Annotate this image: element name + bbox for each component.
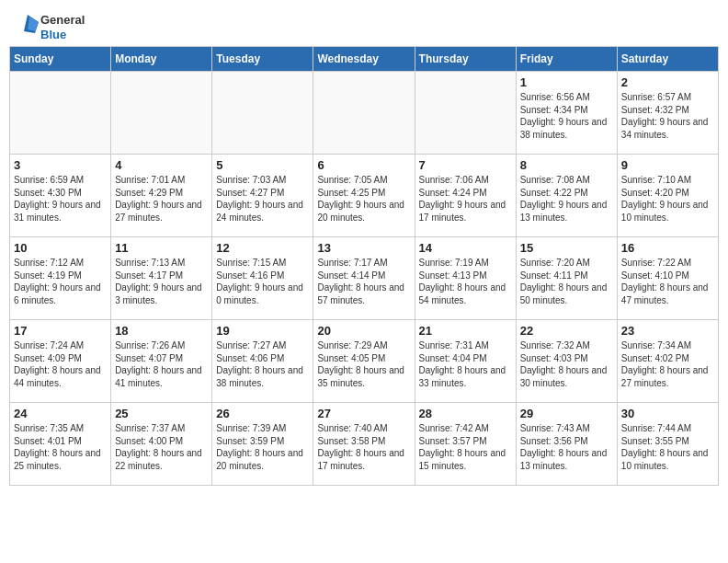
day-cell: 29Sunrise: 7:43 AM Sunset: 3:56 PM Dayli…: [516, 403, 617, 486]
day-cell: 12Sunrise: 7:15 AM Sunset: 4:16 PM Dayli…: [212, 237, 313, 320]
day-number: 6: [317, 158, 410, 172]
day-number: 16: [621, 241, 714, 255]
day-info: Sunrise: 7:29 AM Sunset: 4:05 PM Dayligh…: [317, 339, 410, 389]
day-cell: 24Sunrise: 7:35 AM Sunset: 4:01 PM Dayli…: [10, 403, 111, 486]
day-cell: 2Sunrise: 6:57 AM Sunset: 4:32 PM Daylig…: [617, 72, 718, 155]
day-number: 9: [621, 158, 714, 172]
day-number: 29: [520, 407, 613, 420]
day-cell: [415, 72, 516, 155]
day-number: 12: [216, 241, 309, 255]
day-number: 21: [419, 324, 512, 338]
day-number: 26: [216, 407, 309, 420]
day-info: Sunrise: 7:17 AM Sunset: 4:14 PM Dayligh…: [317, 257, 410, 306]
day-cell: 1Sunrise: 6:56 AM Sunset: 4:34 PM Daylig…: [516, 72, 617, 155]
day-number: 25: [115, 407, 208, 420]
day-number: 17: [14, 324, 107, 338]
header: General Blue: [9, 9, 719, 42]
header-cell-thursday: Thursday: [415, 47, 516, 72]
day-info: Sunrise: 7:08 AM Sunset: 4:22 PM Dayligh…: [520, 174, 613, 224]
day-info: Sunrise: 7:12 AM Sunset: 4:19 PM Dayligh…: [14, 257, 107, 306]
day-number: 14: [419, 241, 512, 255]
day-cell: 9Sunrise: 7:10 AM Sunset: 4:20 PM Daylig…: [617, 155, 718, 237]
day-info: Sunrise: 7:40 AM Sunset: 3:58 PM Dayligh…: [317, 422, 410, 472]
day-number: 18: [115, 324, 208, 338]
day-number: 28: [419, 407, 512, 420]
logo: General Blue: [9, 13, 85, 42]
week-row-0: 1Sunrise: 6:56 AM Sunset: 4:34 PM Daylig…: [10, 72, 719, 155]
calendar-header: SundayMondayTuesdayWednesdayThursdayFrid…: [10, 47, 719, 72]
day-info: Sunrise: 7:42 AM Sunset: 3:57 PM Dayligh…: [419, 422, 512, 472]
day-cell: 25Sunrise: 7:37 AM Sunset: 4:00 PM Dayli…: [111, 403, 212, 486]
day-info: Sunrise: 7:06 AM Sunset: 4:24 PM Dayligh…: [419, 174, 512, 224]
day-info: Sunrise: 7:24 AM Sunset: 4:09 PM Dayligh…: [14, 339, 107, 389]
day-number: 13: [317, 241, 410, 255]
day-number: 10: [14, 241, 107, 255]
header-cell-wednesday: Wednesday: [313, 47, 415, 72]
day-info: Sunrise: 7:43 AM Sunset: 3:56 PM Dayligh…: [520, 422, 613, 472]
day-info: Sunrise: 7:34 AM Sunset: 4:02 PM Dayligh…: [621, 339, 714, 389]
week-row-1: 3Sunrise: 6:59 AM Sunset: 4:30 PM Daylig…: [10, 155, 719, 237]
day-info: Sunrise: 7:37 AM Sunset: 4:00 PM Dayligh…: [115, 422, 208, 472]
week-row-4: 24Sunrise: 7:35 AM Sunset: 4:01 PM Dayli…: [10, 403, 719, 486]
day-number: 1: [520, 75, 613, 89]
day-cell: 7Sunrise: 7:06 AM Sunset: 4:24 PM Daylig…: [415, 155, 516, 237]
day-cell: 27Sunrise: 7:40 AM Sunset: 3:58 PM Dayli…: [313, 403, 415, 486]
day-number: 30: [621, 407, 714, 420]
header-cell-friday: Friday: [516, 47, 617, 72]
day-cell: 3Sunrise: 6:59 AM Sunset: 4:30 PM Daylig…: [10, 155, 111, 237]
header-cell-tuesday: Tuesday: [212, 47, 313, 72]
day-number: 7: [419, 158, 512, 172]
week-row-3: 17Sunrise: 7:24 AM Sunset: 4:09 PM Dayli…: [10, 320, 719, 403]
day-info: Sunrise: 6:56 AM Sunset: 4:34 PM Dayligh…: [520, 91, 613, 141]
day-info: Sunrise: 7:20 AM Sunset: 4:11 PM Dayligh…: [520, 257, 613, 306]
day-number: 19: [216, 324, 309, 338]
header-row: SundayMondayTuesdayWednesdayThursdayFrid…: [10, 47, 719, 72]
day-info: Sunrise: 7:26 AM Sunset: 4:07 PM Dayligh…: [115, 339, 208, 389]
day-cell: 21Sunrise: 7:31 AM Sunset: 4:04 PM Dayli…: [415, 320, 516, 403]
day-cell: 15Sunrise: 7:20 AM Sunset: 4:11 PM Dayli…: [516, 237, 617, 320]
day-cell: 26Sunrise: 7:39 AM Sunset: 3:59 PM Dayli…: [212, 403, 313, 486]
day-number: 5: [216, 158, 309, 172]
day-cell: 10Sunrise: 7:12 AM Sunset: 4:19 PM Dayli…: [10, 237, 111, 320]
header-cell-monday: Monday: [111, 47, 212, 72]
day-info: Sunrise: 7:10 AM Sunset: 4:20 PM Dayligh…: [621, 174, 714, 224]
day-info: Sunrise: 7:44 AM Sunset: 3:55 PM Dayligh…: [621, 422, 714, 472]
day-cell: [111, 72, 212, 155]
day-info: Sunrise: 7:03 AM Sunset: 4:27 PM Dayligh…: [216, 174, 309, 224]
day-info: Sunrise: 7:27 AM Sunset: 4:06 PM Dayligh…: [216, 339, 309, 389]
logo-blue: Blue: [40, 28, 85, 42]
logo-svg: [9, 13, 39, 42]
day-info: Sunrise: 6:59 AM Sunset: 4:30 PM Dayligh…: [14, 174, 107, 224]
day-cell: 17Sunrise: 7:24 AM Sunset: 4:09 PM Dayli…: [10, 320, 111, 403]
day-number: 24: [14, 407, 107, 420]
day-cell: 4Sunrise: 7:01 AM Sunset: 4:29 PM Daylig…: [111, 155, 212, 237]
day-info: Sunrise: 7:31 AM Sunset: 4:04 PM Dayligh…: [419, 339, 512, 389]
day-info: Sunrise: 7:01 AM Sunset: 4:29 PM Dayligh…: [115, 174, 208, 224]
day-cell: 8Sunrise: 7:08 AM Sunset: 4:22 PM Daylig…: [516, 155, 617, 237]
day-cell: 14Sunrise: 7:19 AM Sunset: 4:13 PM Dayli…: [415, 237, 516, 320]
day-number: 3: [14, 158, 107, 172]
day-cell: 5Sunrise: 7:03 AM Sunset: 4:27 PM Daylig…: [212, 155, 313, 237]
calendar-body: 1Sunrise: 6:56 AM Sunset: 4:34 PM Daylig…: [10, 72, 719, 486]
day-info: Sunrise: 7:32 AM Sunset: 4:03 PM Dayligh…: [520, 339, 613, 389]
day-cell: 23Sunrise: 7:34 AM Sunset: 4:02 PM Dayli…: [617, 320, 718, 403]
day-number: 4: [115, 158, 208, 172]
day-number: 27: [317, 407, 410, 420]
day-cell: 20Sunrise: 7:29 AM Sunset: 4:05 PM Dayli…: [313, 320, 415, 403]
header-cell-saturday: Saturday: [617, 47, 718, 72]
day-cell: 11Sunrise: 7:13 AM Sunset: 4:17 PM Dayli…: [111, 237, 212, 320]
day-info: Sunrise: 7:05 AM Sunset: 4:25 PM Dayligh…: [317, 174, 410, 224]
day-info: Sunrise: 7:35 AM Sunset: 4:01 PM Dayligh…: [14, 422, 107, 472]
day-cell: 6Sunrise: 7:05 AM Sunset: 4:25 PM Daylig…: [313, 155, 415, 237]
day-number: 15: [520, 241, 613, 255]
day-cell: 28Sunrise: 7:42 AM Sunset: 3:57 PM Dayli…: [415, 403, 516, 486]
logo-general: General: [40, 13, 85, 28]
day-info: Sunrise: 7:19 AM Sunset: 4:13 PM Dayligh…: [419, 257, 512, 306]
day-info: Sunrise: 7:39 AM Sunset: 3:59 PM Dayligh…: [216, 422, 309, 472]
day-number: 2: [621, 75, 714, 89]
day-cell: 18Sunrise: 7:26 AM Sunset: 4:07 PM Dayli…: [111, 320, 212, 403]
day-cell: 22Sunrise: 7:32 AM Sunset: 4:03 PM Dayli…: [516, 320, 617, 403]
day-cell: [10, 72, 111, 155]
day-number: 11: [115, 241, 208, 255]
header-cell-sunday: Sunday: [10, 47, 111, 72]
